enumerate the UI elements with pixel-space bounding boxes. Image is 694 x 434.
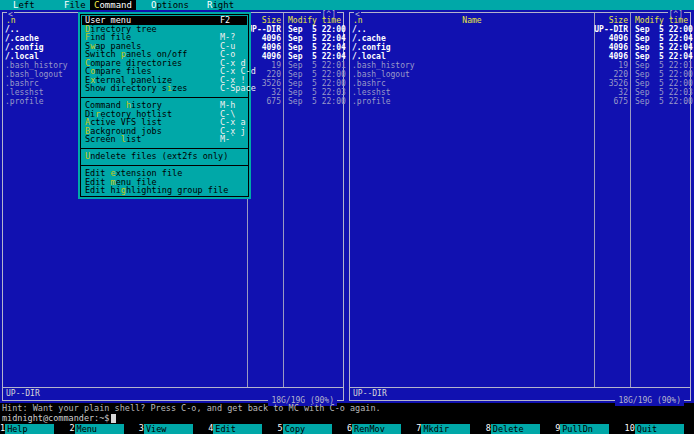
fkey-4-edit[interactable]: 4Edit	[208, 423, 277, 434]
mini-status: UP--DIR	[353, 389, 387, 398]
right-panel: < [^] Name .n Size Modify time /..UP--DI…	[347, 10, 694, 403]
file-row-bash-logout[interactable]: .bash_logout220Sep 5 22:00	[350, 70, 690, 79]
fkey-3-view[interactable]: 3View	[139, 423, 208, 434]
menu-command[interactable]: Command	[90, 0, 136, 10]
file-row-bashrc[interactable]: .bashrc3526Sep 5 22:00	[350, 79, 690, 88]
text-cursor	[111, 414, 116, 423]
fkey-9-pulldn[interactable]: 9PullDn	[555, 423, 624, 434]
menu-file[interactable]: File	[60, 0, 90, 10]
column-header-size[interactable]: Size	[577, 16, 628, 25]
menu-item-undelete-files-ext2fs-only[interactable]: Undelete files (ext2fs only)	[81, 152, 248, 161]
column-header-name[interactable]: Name	[350, 16, 594, 25]
menu-item-show-directory-sizes[interactable]: Show directory sizesC-Space	[81, 84, 248, 93]
menu-right[interactable]: Right	[203, 0, 238, 10]
menu-bar: LeftFileCommandOptionsRight	[0, 0, 694, 10]
midnight-commander-screen: LeftFileCommandOptionsRight < [^] Name .…	[0, 0, 694, 434]
mini-status-separator	[3, 387, 343, 388]
file-list-right: /..UP--DIRSep 5 22:00/.cache4096Sep 5 22…	[350, 25, 690, 106]
file-row-cache[interactable]: /.cache4096Sep 5 22:04	[350, 34, 690, 43]
menu-item-edit-highlighting-group-file[interactable]: Edit highlighting group file	[81, 186, 248, 195]
column-header-mtime[interactable]: Modify time	[635, 16, 688, 25]
hint-line: Hint: Want your plain shell? Press C-o, …	[2, 403, 381, 413]
column-header-mtime[interactable]: Modify time	[288, 16, 341, 25]
fkey-1-help[interactable]: 1Help	[0, 423, 69, 434]
file-row-lesshst[interactable]: .lesshst32Sep 5 22:03	[350, 88, 690, 97]
disk-usage: 18G/19G (90%)	[615, 396, 684, 406]
mini-status-separator	[350, 387, 690, 388]
fkey-7-mkdir[interactable]: 7Mkdir	[416, 423, 485, 434]
shell-prompt: midnight@commander:~$	[2, 413, 109, 423]
fkey-8-delete[interactable]: 8Delete	[486, 423, 555, 434]
file-row-local[interactable]: /.local4096Sep 5 22:04	[350, 52, 690, 61]
right-panel-header: Name .n Size Modify time	[350, 16, 690, 25]
menu-left[interactable]: Left	[9, 0, 39, 10]
fkey-6-renmov[interactable]: 6RenMov	[347, 423, 416, 434]
command-menu-box: User menuF2Directory treeFind fileM-?Swa…	[80, 14, 249, 197]
menu-item-screen-list[interactable]: Screen listM-`	[81, 135, 248, 144]
command-menu-dropdown: User menuF2Directory treeFind fileM-?Swa…	[78, 12, 251, 199]
fkey-10-quit[interactable]: 10Quit	[625, 423, 694, 434]
sort-indicator: .n	[6, 16, 16, 25]
sort-indicator: .n	[353, 16, 363, 25]
fkey-2-menu[interactable]: 2Menu	[69, 423, 138, 434]
menu-options[interactable]: Options	[147, 0, 193, 10]
mini-status: UP--DIR	[6, 389, 40, 398]
file-row-config[interactable]: /.config4096Sep 5 22:04	[350, 43, 690, 52]
fkey-5-copy[interactable]: 5Copy	[278, 423, 347, 434]
file-row-[interactable]: /..UP--DIRSep 5 22:00	[350, 25, 690, 34]
function-key-bar: 1Help2Menu3View4Edit5Copy6RenMov7Mkdir8D…	[0, 423, 694, 434]
file-row-bash-history[interactable]: .bash_history19Sep 5 22:01	[350, 61, 690, 70]
file-row-profile[interactable]: .profile675Sep 5 22:00	[350, 97, 690, 106]
command-line[interactable]: midnight@commander:~$	[2, 413, 116, 423]
